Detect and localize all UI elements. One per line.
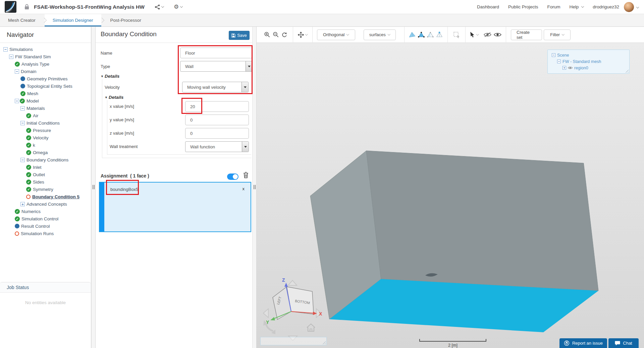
wall-treatment-select[interactable]: Wall function [185, 141, 249, 152]
rotate-left-arrow[interactable] [263, 309, 268, 318]
scene-tree-mesh[interactable]: − FW - Standard mesh [548, 58, 629, 65]
collapse-icon[interactable]: − [9, 55, 13, 59]
scene-tree-root[interactable]: − Scene [548, 52, 629, 58]
chat-button[interactable]: Chat [608, 338, 639, 348]
collapse-icon[interactable]: − [15, 99, 19, 103]
collapse-icon[interactable]: − [20, 121, 25, 125]
tab-mesh-creator[interactable]: Mesh Creator [0, 14, 44, 26]
tree-item-outlet[interactable]: ✓Outlet [0, 171, 91, 178]
tree-item-pressure[interactable]: ✓Pressure [0, 127, 91, 134]
refresh-view-button[interactable] [280, 32, 289, 38]
resize-grip[interactable] [254, 185, 256, 189]
tree-item-topological-entity-sets[interactable]: Topological Entity Sets [0, 82, 91, 90]
delete-assignment-button[interactable] [243, 172, 249, 180]
orientation-cube-widget[interactable]: LEFT BOTTOM Z X Y [260, 277, 325, 342]
topnav-dashboard[interactable]: Dashboard [477, 4, 499, 9]
tree-item-result-control[interactable]: Result Control [0, 222, 91, 230]
navigator-resize-gutter[interactable] [91, 27, 96, 348]
collapse-icon[interactable]: − [20, 106, 25, 111]
report-issue-button[interactable]: Report an issue [559, 338, 607, 348]
panel-resize-handle[interactable] [321, 340, 326, 344]
tree-item-simulation-runs[interactable]: Simulation Runs [0, 230, 91, 237]
tree-item-omega[interactable]: ✓Omega [0, 149, 91, 156]
select-volume-button[interactable] [408, 31, 417, 38]
tree-item-simulation-control[interactable]: ✓Simulation Control [0, 215, 91, 222]
tree-item-domain[interactable]: −Domain [0, 68, 91, 75]
share-button[interactable] [155, 4, 164, 10]
tree-item-symmetry[interactable]: ✓Symmetry [0, 186, 91, 193]
assignment-toggle[interactable] [227, 173, 238, 180]
inner-details-section-header[interactable]: ▼ Details [105, 95, 123, 100]
tree-item-advanced-concepts[interactable]: +Advanced Concepts [0, 200, 91, 208]
simscale-logo[interactable] [5, 1, 16, 13]
expand-icon[interactable]: + [562, 66, 566, 70]
y-axis-label: Y [266, 320, 269, 325]
tree-item-air[interactable]: ✓Air [0, 112, 91, 119]
tree-item-boundary-conditions[interactable]: −Boundary Conditions [0, 156, 91, 163]
user-menu-chevron-icon[interactable] [636, 5, 639, 8]
tree-item-label: Model [26, 98, 39, 103]
tree-item-boundary-condition-5[interactable]: Boundary Condition 5 [0, 193, 91, 200]
toolbar-separator [465, 27, 466, 43]
tree-item-k[interactable]: ✓k [0, 141, 91, 149]
tree-item-model[interactable]: −✓Model [0, 97, 91, 105]
avatar[interactable] [624, 2, 634, 12]
save-button[interactable]: Save [229, 31, 250, 40]
collapse-icon[interactable]: − [557, 60, 561, 63]
rotate-up-arrow[interactable] [288, 280, 297, 285]
tree-item-geometry-primitives[interactable]: Geometry Primitives [0, 75, 91, 82]
job-status-title[interactable]: Job Status [0, 282, 91, 293]
scene-tree-region[interactable]: + region0 [548, 65, 629, 71]
roll-arrow[interactable] [263, 320, 275, 334]
zoom-in-button[interactable] [263, 31, 271, 38]
show-entity-button[interactable] [492, 32, 502, 37]
tree-item-initial-conditions[interactable]: −Initial Conditions [0, 119, 91, 127]
select-face-button[interactable] [417, 31, 426, 38]
topnav-public-projects[interactable]: Public Projects [508, 4, 538, 9]
settings-button[interactable]: ⚙ [174, 4, 182, 10]
collapse-icon[interactable]: − [15, 69, 19, 74]
render-mode-select[interactable]: surfaces [364, 29, 396, 40]
tree-item-simulations[interactable]: −Simulations [0, 46, 91, 53]
zoom-out-button[interactable] [271, 31, 280, 38]
remove-assignment-button[interactable]: x [243, 186, 245, 191]
tree-item-analysis-type[interactable]: ✓Analysis Type [0, 60, 91, 68]
box-front-face[interactable] [366, 151, 598, 291]
collapse-icon[interactable]: − [552, 53, 555, 57]
collapse-icon[interactable]: − [3, 47, 8, 52]
box-select-button[interactable] [452, 31, 461, 38]
minimized-panel[interactable] [260, 337, 327, 345]
hide-entity-button[interactable] [482, 32, 492, 37]
y-value-input[interactable]: 0 [185, 115, 249, 125]
gear-icon: ⚙ [174, 4, 179, 10]
pointer-tool-button[interactable] [470, 32, 479, 38]
topnav-help[interactable]: Help [569, 4, 579, 9]
tree-item-label: Simulation Control [21, 216, 58, 221]
create-set-button[interactable]: Create set [511, 29, 542, 40]
resize-grip[interactable] [93, 185, 95, 189]
viewport-3d[interactable]: Orthogonal surfaces [257, 27, 644, 348]
collapse-icon[interactable]: − [20, 158, 25, 162]
tree-item-sides[interactable]: ✓Sides [0, 178, 91, 186]
select-edge-button[interactable] [426, 31, 435, 38]
tab-post-processor[interactable]: Post-Processor [102, 14, 149, 26]
tree-item-numerics[interactable]: ✓Numerics [0, 208, 91, 215]
tree-item-inlet[interactable]: ✓Inlet [0, 163, 91, 171]
expand-icon[interactable]: + [20, 202, 25, 206]
tree-item-fw-standard-sim[interactable]: −FW Standard Sim [0, 53, 91, 60]
visibility-eye-icon[interactable] [568, 66, 573, 69]
pan-tool-button[interactable] [298, 32, 308, 38]
z-value-input[interactable]: 0 [185, 128, 249, 139]
tree-item-mesh[interactable]: ✓Mesh [0, 90, 91, 97]
tree-item-velocity[interactable]: ✓Velocity [0, 134, 91, 141]
tab-simulation-designer[interactable]: Simulation Designer [45, 14, 101, 26]
projection-select[interactable]: Orthogonal [317, 29, 355, 40]
filter-select[interactable]: Filter [544, 29, 571, 40]
tree-item-materials[interactable]: −Materials [0, 105, 91, 112]
home-view-button[interactable] [307, 324, 315, 331]
select-vertex-button[interactable] [435, 31, 444, 38]
topnav-forum[interactable]: Forum [547, 4, 560, 9]
panel-resize-gutter[interactable] [252, 27, 257, 348]
topnav-drodriguez32[interactable]: drodriguez32 [593, 4, 619, 9]
details-section-header[interactable]: ▼ Details [101, 74, 119, 79]
